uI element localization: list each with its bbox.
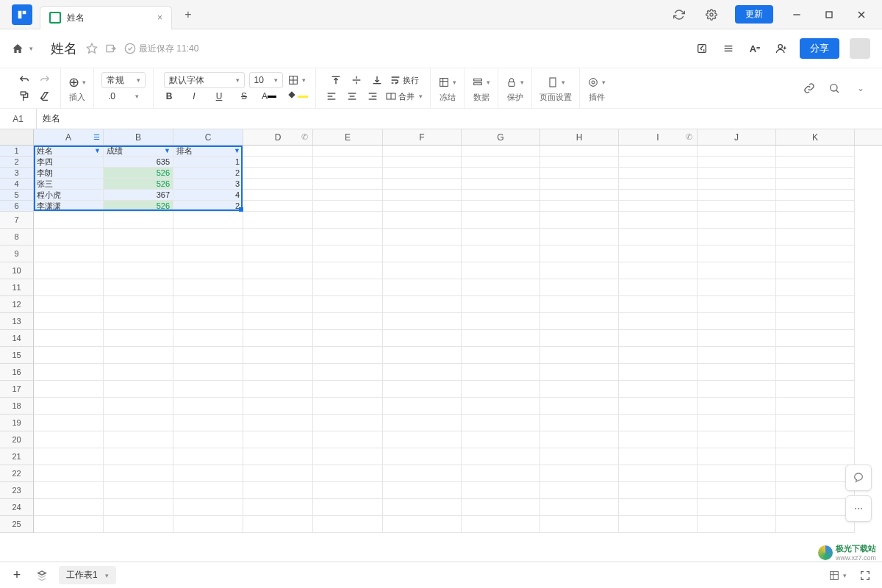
cell[interactable]: [383, 415, 462, 431]
cell[interactable]: [173, 431, 243, 448]
cell[interactable]: [698, 465, 776, 482]
row-header[interactable]: 21: [0, 448, 34, 465]
cell[interactable]: [173, 398, 243, 415]
row-header[interactable]: 8: [0, 229, 34, 245]
cell[interactable]: [173, 465, 243, 482]
cell[interactable]: [34, 381, 104, 398]
cell[interactable]: [698, 190, 776, 201]
cell[interactable]: 367: [104, 190, 173, 201]
cell[interactable]: [243, 168, 313, 179]
cell[interactable]: 排名▼: [173, 146, 243, 157]
font-select[interactable]: 默认字体▾: [164, 72, 245, 88]
protect-button[interactable]: ▾: [506, 74, 524, 90]
cell[interactable]: [619, 347, 698, 364]
cell[interactable]: [313, 499, 383, 516]
cell[interactable]: 3: [173, 179, 243, 190]
search-icon[interactable]: [826, 80, 842, 96]
cell[interactable]: [619, 157, 698, 168]
undo-button[interactable]: [16, 72, 32, 88]
cell[interactable]: [462, 201, 540, 212]
filter-icon[interactable]: ▼: [164, 147, 171, 154]
decimal-button[interactable]: .0: [104, 88, 120, 104]
cell[interactable]: [462, 516, 540, 533]
cell[interactable]: [383, 431, 462, 448]
cell[interactable]: [34, 245, 104, 262]
cell[interactable]: [104, 296, 173, 313]
cell[interactable]: [540, 190, 619, 201]
cell[interactable]: [540, 347, 619, 364]
cell[interactable]: [383, 398, 462, 415]
row-header[interactable]: 16: [0, 364, 34, 381]
cell[interactable]: [173, 229, 243, 245]
cell[interactable]: [313, 381, 383, 398]
column-header-H[interactable]: H: [540, 129, 619, 145]
cell[interactable]: [104, 448, 173, 465]
cell[interactable]: [540, 482, 619, 499]
cell[interactable]: [34, 212, 104, 229]
cell[interactable]: [313, 212, 383, 229]
cell[interactable]: [383, 364, 462, 381]
cell[interactable]: [462, 212, 540, 229]
cell[interactable]: [619, 499, 698, 516]
row-header[interactable]: 2: [0, 157, 34, 168]
cell[interactable]: [383, 157, 462, 168]
valign-top-button[interactable]: [328, 72, 344, 88]
cell[interactable]: [34, 229, 104, 245]
cell[interactable]: [462, 245, 540, 262]
cell[interactable]: [698, 262, 776, 279]
cell[interactable]: [619, 516, 698, 533]
cell[interactable]: [540, 201, 619, 212]
cell[interactable]: [243, 190, 313, 201]
cell[interactable]: [383, 313, 462, 330]
cell[interactable]: [313, 296, 383, 313]
align-right-button[interactable]: [365, 88, 381, 104]
cell[interactable]: [776, 347, 855, 364]
row-header[interactable]: 3: [0, 168, 34, 179]
page-setup-button[interactable]: ▾: [547, 74, 565, 90]
text-color-button[interactable]: A: [261, 88, 277, 104]
cell[interactable]: [383, 381, 462, 398]
column-header-A[interactable]: A☰: [34, 129, 104, 145]
cell[interactable]: [313, 347, 383, 364]
cell[interactable]: [383, 229, 462, 245]
cell[interactable]: [462, 465, 540, 482]
cell[interactable]: [34, 279, 104, 296]
align-center-button[interactable]: [344, 88, 360, 104]
cell[interactable]: [383, 201, 462, 212]
cell[interactable]: [313, 279, 383, 296]
number-format-select[interactable]: 常规▾: [101, 72, 146, 88]
cell[interactable]: [313, 398, 383, 415]
cell[interactable]: [173, 212, 243, 229]
cell[interactable]: [313, 431, 383, 448]
cell[interactable]: [173, 482, 243, 499]
cell[interactable]: 526: [104, 201, 173, 212]
cell[interactable]: [313, 330, 383, 347]
cell[interactable]: [698, 398, 776, 415]
cell[interactable]: [313, 415, 383, 431]
cell[interactable]: [243, 415, 313, 431]
cell[interactable]: [313, 262, 383, 279]
wrap-button[interactable]: 换行: [390, 72, 419, 88]
cell[interactable]: [243, 279, 313, 296]
cell[interactable]: [619, 431, 698, 448]
row-header[interactable]: 14: [0, 330, 34, 347]
cell[interactable]: [776, 516, 855, 533]
cell[interactable]: [619, 330, 698, 347]
cell[interactable]: [243, 482, 313, 499]
cell[interactable]: [776, 465, 855, 482]
maximize-button[interactable]: [814, 3, 844, 26]
row-header[interactable]: 23: [0, 482, 34, 499]
column-menu-icon[interactable]: ☰: [93, 133, 100, 141]
cell[interactable]: [540, 415, 619, 431]
strikethrough-button[interactable]: S: [236, 88, 252, 104]
cell[interactable]: [462, 296, 540, 313]
fullscreen-icon[interactable]: [857, 567, 873, 584]
cell[interactable]: [383, 296, 462, 313]
cell[interactable]: [243, 431, 313, 448]
cell[interactable]: [313, 245, 383, 262]
spreadsheet-grid[interactable]: A☰BCD✆EFGHI✆JK 1姓名▼成绩▼排名▼2李四63513李朗52624…: [0, 129, 882, 562]
cell[interactable]: [243, 146, 313, 157]
row-header[interactable]: 5: [0, 190, 34, 201]
cell[interactable]: [462, 482, 540, 499]
fill-color-button[interactable]: [286, 88, 308, 104]
